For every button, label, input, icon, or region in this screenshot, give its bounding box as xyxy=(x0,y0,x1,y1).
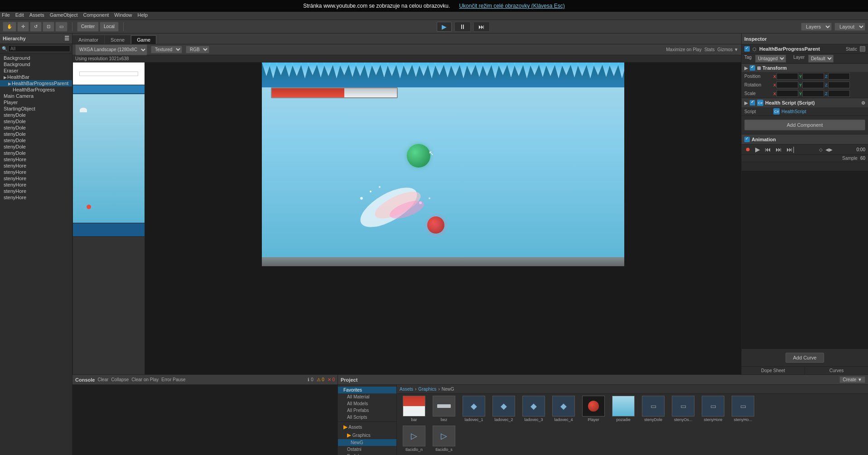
scale-tool[interactable]: ⊡ xyxy=(43,22,54,32)
transform-header[interactable]: ▶ ⊞ Transform xyxy=(742,64,868,72)
anim-key-icons[interactable]: ◀▶ xyxy=(825,147,833,152)
anim-keyframe-icon[interactable]: ◇ xyxy=(819,147,823,152)
h-item-stenyhore-5[interactable]: stenyHore xyxy=(0,182,72,188)
error-pause-btn[interactable]: Error Pause xyxy=(161,377,185,382)
anim-record-btn[interactable]: ⏺ xyxy=(744,146,752,153)
sidebar-newg[interactable]: NewG xyxy=(338,439,396,446)
tab-animator[interactable]: Animator xyxy=(72,35,104,44)
healthscript-header[interactable]: ▶ C# Health Script (Script) ⚙ xyxy=(742,98,868,107)
asset-ladovec3[interactable]: ◆ ladovec_3 xyxy=(520,396,547,422)
asset-tlacidlon[interactable]: ▷ tlacidlo_n xyxy=(400,426,428,452)
gizmos-btn[interactable]: Gizmos ▼ xyxy=(717,47,738,52)
h-item-stenydole-4[interactable]: stenyDole xyxy=(0,131,72,137)
pos-y-input[interactable]: 0 xyxy=(802,73,824,80)
rot-z-input[interactable]: 0 xyxy=(828,81,850,88)
h-item-stenyhore-6[interactable]: stenyHore xyxy=(0,188,72,194)
center-btn[interactable]: Center xyxy=(77,22,99,32)
rot-x-input[interactable]: 0 xyxy=(776,81,798,88)
healthscript-enabled[interactable] xyxy=(750,100,755,105)
h-item-stenydole-6[interactable]: stenyDole xyxy=(0,144,72,150)
add-component-btn[interactable]: Add Component xyxy=(744,120,865,130)
sidebar-graphics[interactable]: ▶ Graphics xyxy=(338,431,396,439)
healthscript-menu-icon[interactable]: ⚙ xyxy=(861,101,865,105)
scale-z-input[interactable]: 1 xyxy=(828,90,850,97)
h-item-stenyhore-1[interactable]: stenyHore xyxy=(0,156,72,163)
tab-dope-sheet[interactable]: Dope Sheet xyxy=(742,367,805,374)
rot-y-input[interactable]: 0 xyxy=(802,81,824,88)
anim-play-btn[interactable]: ▶ xyxy=(754,146,761,153)
scale-x-input[interactable]: 0.704 xyxy=(776,90,798,97)
h-item-player[interactable]: Player xyxy=(0,99,72,105)
asset-tlacilos[interactable]: ▷ tlacidlo_s xyxy=(430,426,458,452)
static-checkbox[interactable] xyxy=(860,46,865,52)
stats-btn[interactable]: Stats xyxy=(704,47,715,52)
tag-select[interactable]: Untagged xyxy=(755,55,786,62)
asset-bez[interactable]: bez xyxy=(430,396,458,422)
hierarchy-search-input[interactable] xyxy=(8,45,70,52)
h-item-stenyhore-3[interactable]: stenyHore xyxy=(0,169,72,175)
h-item-healthbarprogress[interactable]: HealthBarProgress xyxy=(0,86,72,93)
anim-next-frame-btn[interactable]: ⏭ xyxy=(775,146,783,153)
h-item-background2[interactable]: Background xyxy=(0,61,72,67)
h-item-stenydole-7[interactable]: stenyDole xyxy=(0,150,72,156)
menu-edit[interactable]: Edit xyxy=(15,12,24,18)
sidebar-assets[interactable]: ▶ Assets xyxy=(338,423,396,431)
create-btn[interactable]: Create ▼ xyxy=(839,376,865,383)
h-item-background1[interactable]: Background xyxy=(0,55,72,61)
h-item-stenydole-1[interactable]: stenyDole xyxy=(0,112,72,118)
play-btn[interactable]: ▶ xyxy=(437,22,452,32)
color-select[interactable]: RGB xyxy=(186,46,209,53)
menu-window[interactable]: Window xyxy=(114,12,132,18)
layers-dropdown[interactable]: Layers xyxy=(801,23,832,31)
h-item-healthbar[interactable]: ▶HealthBar xyxy=(0,74,72,80)
hand-tool[interactable]: ✋ xyxy=(3,22,16,32)
h-item-stenydole-5[interactable]: stenyDole xyxy=(0,137,72,144)
display-select[interactable]: Textured xyxy=(151,46,182,53)
h-item-eraser[interactable]: Eraser xyxy=(0,67,72,74)
anim-enabled[interactable] xyxy=(744,137,750,142)
pos-x-input[interactable]: -0.44 xyxy=(776,73,798,80)
asset-pozadie[interactable]: pozadie xyxy=(610,396,637,422)
asset-stenyhore[interactable]: ▭ stenyHore xyxy=(699,396,727,422)
rotate-tool[interactable]: ↺ xyxy=(30,22,42,32)
asset-ladovec4[interactable]: ◆ ladovec_4 xyxy=(550,396,577,422)
tab-game[interactable]: Game xyxy=(131,35,156,44)
h-item-stenyhore-2[interactable]: stenyHore xyxy=(0,163,72,169)
resolution-select[interactable]: WXGA Landscape (1280x8C xyxy=(75,44,147,55)
rect-tool[interactable]: ▭ xyxy=(55,22,68,32)
anim-prev-frame-btn[interactable]: ⏮ xyxy=(764,146,772,153)
move-tool[interactable]: ✛ xyxy=(17,22,29,32)
asset-stenydole[interactable]: ▭ stenyDole xyxy=(640,396,667,422)
obj-enabled-checkbox[interactable] xyxy=(744,46,750,52)
script-value[interactable]: HealthScript xyxy=(781,109,806,114)
maximize-on-play[interactable]: Maximize on Play xyxy=(666,47,701,52)
add-curve-btn[interactable]: Add Curve xyxy=(786,353,825,363)
clear-btn[interactable]: Clear xyxy=(97,377,108,382)
menu-gameobject[interactable]: GameObject xyxy=(50,12,78,18)
h-item-stenyhore-7[interactable]: stenyHore xyxy=(0,194,72,201)
pos-z-input[interactable]: 0 xyxy=(828,73,850,80)
local-btn[interactable]: Local xyxy=(100,22,119,32)
sidebar-ostatni[interactable]: Ostatni xyxy=(338,446,396,453)
h-item-healthbarprogressparent[interactable]: ▶HealthBarProgressParent xyxy=(0,80,72,86)
collapse-btn[interactable]: Collapse xyxy=(111,377,129,382)
sidebar-all-material[interactable]: All Material xyxy=(338,393,396,400)
layer-select[interactable]: Default xyxy=(808,55,834,62)
tab-scene[interactable]: Scene xyxy=(105,35,130,44)
h-item-stenyhore-4[interactable]: stenyHore xyxy=(0,175,72,182)
h-item-stenydole-3[interactable]: stenyDole xyxy=(0,125,72,131)
menu-file[interactable]: File xyxy=(2,12,10,18)
hierarchy-menu-icon[interactable]: ☰ xyxy=(64,35,69,42)
sidebar-all-prefabs[interactable]: All Prefabs xyxy=(338,407,396,414)
asset-stenyho[interactable]: ▭ stenyHo... xyxy=(729,396,757,422)
breadcrumb-assets[interactable]: Assets xyxy=(400,387,413,392)
asset-ladovec2[interactable]: ◆ ladovec_2 xyxy=(490,396,517,422)
h-item-startingobject[interactable]: StartingObject xyxy=(0,105,72,112)
clear-on-play-btn[interactable]: Clear on Play xyxy=(131,377,159,382)
tab-curves[interactable]: Curves xyxy=(805,367,868,374)
h-item-maincamera[interactable]: Main Camera xyxy=(0,93,72,99)
asset-bar[interactable]: bar xyxy=(400,396,428,422)
game-canvas-area[interactable]: ↖ xyxy=(145,62,741,374)
scale-y-input[interactable]: 1 xyxy=(802,90,824,97)
breadcrumb-graphics[interactable]: Graphics xyxy=(418,387,436,392)
